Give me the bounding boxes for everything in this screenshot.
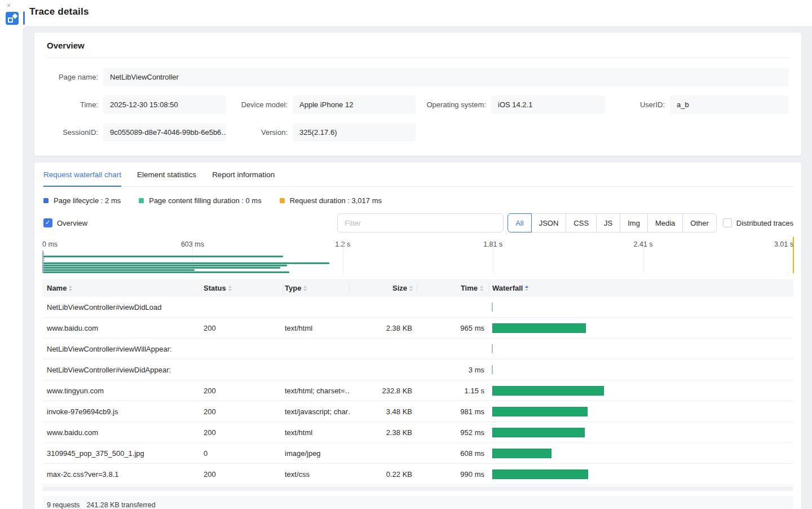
field-value-sessionid: 9c055089-d8e7-4046-99bb-6e5b6… [103,123,226,142]
table-row[interactable]: NetLibViewController#viewWillAppear: [42,339,793,359]
cell-status [202,339,283,359]
axis-tick-label: 3.01 s [774,240,793,248]
column-header-type[interactable]: Type [283,283,350,293]
request-bar [492,386,604,396]
request-bar [492,449,551,458]
cell-type: text/html [283,422,350,442]
phase-tick [492,365,493,374]
table-row[interactable]: 3109945_pop_375_500_1.jpg0image/jpeg608 … [42,443,793,464]
request-bar [492,323,586,333]
cell-waterfall [489,464,793,484]
legend-item: Page lifecycle : 2 ms [43,196,121,205]
cell-status [202,297,283,317]
filter-button-media[interactable]: Media [647,213,683,232]
field-value-time: 2025-12-30 15:08:50 [103,95,226,114]
cell-name: invoke-97e9694cb9.js [42,401,202,422]
cell-status: 200 [202,422,283,442]
cell-type: text/html [283,318,350,338]
field-label-userid: UserID: [605,100,670,109]
cell-time: 3 ms [417,359,489,380]
field-value-page-name: NetLibViewController [103,68,789,86]
overview-checkbox-label: Overview [57,219,87,227]
tab-element-statistics[interactable]: Element statistics [137,163,196,186]
cell-size [350,339,417,359]
filter-button-css[interactable]: CSS [566,213,597,232]
table-row[interactable]: invoke-97e9694cb9.js200text/javascript; … [42,401,793,422]
cell-name: www.baidu.com [42,422,202,442]
horizontal-scrollbar[interactable] [42,486,793,491]
field-value-operating-system: iOS 14.2.1 [491,95,605,114]
column-header-status[interactable]: Status [202,283,283,293]
app-logo-icon [6,12,19,25]
cell-time: 965 ms [417,318,489,338]
waterfall-card: Request waterfall chart Element statisti… [34,163,801,509]
phase-tick [492,344,493,353]
cell-waterfall [489,401,793,422]
legend-label: Page content filling duration : 0 ms [149,196,261,205]
table-row[interactable]: NetLibViewController#viewDidAppear:3 ms [42,359,793,380]
request-bar [492,469,588,479]
tab-report-information[interactable]: Report information [212,163,275,186]
cell-name: max-2c.css?ver=3.8.1 [42,464,202,484]
sort-icon [525,286,528,291]
cell-name: 3109945_pop_375_500_1.jpg [42,443,202,463]
type-filter-group: AllJSONCSSJSImgMediaOther [508,213,717,232]
close-icon[interactable] [7,2,14,9]
legend-swatch-icon [139,198,144,203]
axis-tick-label: 0 ms [42,240,58,248]
filter-button-img[interactable]: Img [620,213,648,232]
cell-size [350,443,417,463]
filter-button-js[interactable]: JS [596,213,620,232]
mini-request-bar [43,267,280,269]
cell-type [283,297,350,317]
tab-bar: Request waterfall chart Element statisti… [42,163,793,187]
request-bar [492,407,588,416]
legend-label: Request duration : 3,017 ms [290,196,382,205]
table-row[interactable]: NetLibViewController#viewDidLoad [42,297,793,318]
field-value-device-model: Apple iPhone 12 [293,95,416,114]
cell-waterfall [489,339,793,359]
distributed-traces-checkbox[interactable] [723,218,732,227]
filter-input[interactable] [337,213,504,232]
cell-time: 952 ms [417,422,489,442]
overview-checkbox[interactable] [43,218,52,227]
cell-size: 232.8 KB [350,380,417,401]
filter-button-all[interactable]: All [508,213,531,232]
mini-waterfall-row [43,271,793,274]
title-accent-bar [23,11,25,25]
cell-status [202,359,283,380]
cell-status: 200 [202,318,283,338]
mini-request-bar [43,256,283,257]
mini-waterfall-overview: 0 ms603 ms1.2 s1.81 s2.41 s3.01 s [42,236,793,274]
cell-size: 2.38 KB [350,318,417,338]
column-header-name[interactable]: Name [42,283,202,293]
tab-request-waterfall-chart[interactable]: Request waterfall chart [43,163,121,187]
column-header-size[interactable]: Size [350,283,417,293]
field-label-sessionid: SessionID: [47,128,103,137]
table-row[interactable]: www.tingyun.com200text/html; charset=…23… [42,380,793,401]
cell-waterfall [489,422,793,442]
table-row[interactable]: www.baidu.com200text/html2.38 KB952 ms [42,422,793,443]
logo-diamond-icon [12,14,18,19]
cell-type: text/css [283,464,350,484]
cell-type: image/jpeg [283,443,350,463]
table-row[interactable]: max-2c.css?ver=3.8.1200text/css0.22 KB99… [42,464,793,485]
column-label: Status [204,284,226,292]
cell-time [417,297,489,317]
mini-request-bar [43,265,287,266]
waterfall-table-body: NetLibViewController#viewDidLoadwww.baid… [42,297,793,485]
legend-item: Request duration : 3,017 ms [280,196,382,205]
overview-card: Overview Page name: NetLibViewController… [34,33,801,156]
sort-icon [303,286,307,291]
cell-name: www.tingyun.com [42,380,202,401]
column-header-time[interactable]: Time [417,283,489,293]
filter-button-other[interactable]: Other [682,213,717,232]
filter-button-json[interactable]: JSON [531,213,567,232]
mini-phase-mark [43,253,45,254]
column-header-waterfall[interactable]: Waterfall [489,283,793,293]
table-row[interactable]: www.baidu.com200text/html2.38 KB965 ms [42,318,793,339]
request-count: 9 requests [47,501,80,509]
cell-type: text/javascript; char… [283,401,350,422]
cell-size [350,297,417,317]
cell-waterfall [489,380,793,401]
